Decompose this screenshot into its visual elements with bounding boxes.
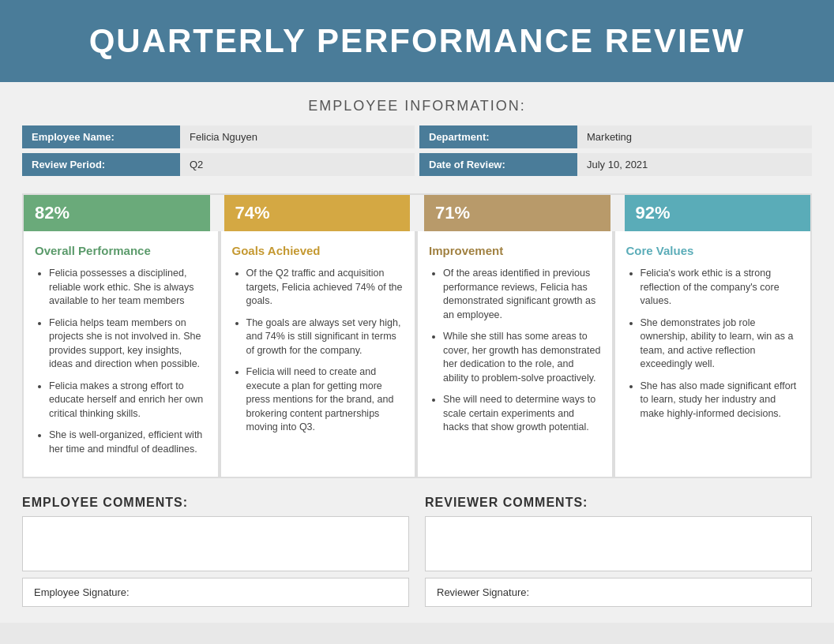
metrics-section: 82% 74% 71% 92% — [22, 193, 812, 231]
list-item: She is well-organized, efficient with he… — [49, 429, 207, 456]
list-item: She demonstrates job role ownership, abi… — [641, 316, 800, 372]
col-improvement: Improvement Of the areas identified in p… — [418, 231, 614, 477]
date-of-review-label: Date of Review: — [419, 153, 577, 176]
metric-bar-goals: 74% — [224, 195, 411, 231]
list-item: Of the Q2 traffic and acquisition target… — [246, 267, 404, 309]
list-item: She will need to determine ways to scale… — [443, 393, 601, 435]
list-item: While she still has some areas to cover,… — [443, 330, 601, 385]
department-row: Department: Marketing — [419, 125, 812, 148]
review-period-value: Q2 — [180, 153, 415, 176]
list-item: Felicia possesses a disciplined, reliabl… — [49, 267, 207, 309]
employee-info-grid: Employee Name: Felicia Nguyen Department… — [22, 125, 812, 176]
columns-wrapper: Overall Performance Felicia possesses a … — [22, 231, 812, 478]
list-item: Felicia's work ethic is a strong reflect… — [641, 267, 800, 309]
col-goals-achieved: Goals Achieved Of the Q2 traffic and acq… — [221, 231, 417, 477]
reviewer-comments-title: REVIEWER COMMENTS: — [425, 496, 812, 510]
employee-name-label: Employee Name: — [22, 125, 180, 148]
col-improvement-list: Of the areas identified in previous perf… — [429, 267, 601, 435]
col-core-values: Core Values Felicia's work ethic is a st… — [615, 231, 811, 477]
employee-signature-box: Employee Signature: — [22, 578, 409, 607]
employee-signature-label: Employee Signature: — [34, 586, 130, 598]
columns-inner: Overall Performance Felicia possesses a … — [24, 231, 810, 477]
col-overall-list: Felicia possesses a disciplined, reliabl… — [35, 267, 207, 456]
list-item: The goals are always set very high, and … — [246, 316, 404, 358]
metric-sep-1 — [210, 195, 224, 231]
metric-bar-core-values: 92% — [625, 195, 811, 231]
metric-bar-improvement: 71% — [424, 195, 610, 231]
page-title: QUARTERLY PERFORMANCE REVIEW — [16, 22, 818, 60]
metric-sep-2 — [410, 195, 424, 231]
list-item: Felicia will need to create and execute … — [246, 365, 404, 435]
reviewer-signature-box: Reviewer Signature: — [425, 578, 812, 607]
department-value: Marketing — [577, 125, 812, 148]
main-content: EMPLOYEE INFORMATION: Employee Name: Fel… — [0, 82, 834, 623]
reviewer-signature-label: Reviewer Signature: — [437, 586, 529, 598]
col-overall-performance: Overall Performance Felicia possesses a … — [24, 231, 220, 477]
employee-name-row: Employee Name: Felicia Nguyen — [22, 125, 415, 148]
employee-comment-box[interactable] — [22, 516, 409, 571]
list-item: She has also made significant effort to … — [641, 380, 800, 421]
col-core-values-list: Felicia's work ethic is a strong reflect… — [626, 267, 800, 421]
reviewer-comments-col: REVIEWER COMMENTS: Reviewer Signature: — [425, 496, 812, 607]
col-improvement-title: Improvement — [429, 244, 601, 257]
list-item: Felicia helps team members on projects s… — [49, 316, 207, 372]
metric-sep-3 — [610, 195, 625, 231]
department-label: Department: — [419, 125, 577, 148]
col-overall-title: Overall Performance — [35, 244, 207, 257]
review-period-label: Review Period: — [22, 153, 180, 176]
review-period-row: Review Period: Q2 — [22, 153, 415, 176]
metric-bar-overall: 82% — [24, 195, 210, 231]
date-of-review-value: July 10, 2021 — [577, 153, 812, 176]
employee-info-title: EMPLOYEE INFORMATION: — [22, 98, 812, 114]
date-of-review-row: Date of Review: July 10, 2021 — [419, 153, 812, 176]
employee-comments-col: EMPLOYEE COMMENTS: Employee Signature: — [22, 496, 409, 607]
list-item: Of the areas identified in previous perf… — [443, 267, 601, 322]
reviewer-comment-box[interactable] — [425, 516, 812, 571]
list-item: Felicia makes a strong effort to educate… — [49, 380, 207, 421]
col-core-values-title: Core Values — [626, 244, 800, 257]
page-header: QUARTERLY PERFORMANCE REVIEW — [0, 0, 834, 82]
metrics-bar-row: 82% 74% 71% 92% — [24, 195, 810, 231]
col-goals-list: Of the Q2 traffic and acquisition target… — [232, 267, 404, 435]
employee-name-value: Felicia Nguyen — [180, 125, 415, 148]
employee-comments-title: EMPLOYEE COMMENTS: — [22, 496, 409, 510]
bottom-section: EMPLOYEE COMMENTS: Employee Signature: R… — [22, 496, 812, 607]
col-goals-title: Goals Achieved — [232, 244, 404, 257]
